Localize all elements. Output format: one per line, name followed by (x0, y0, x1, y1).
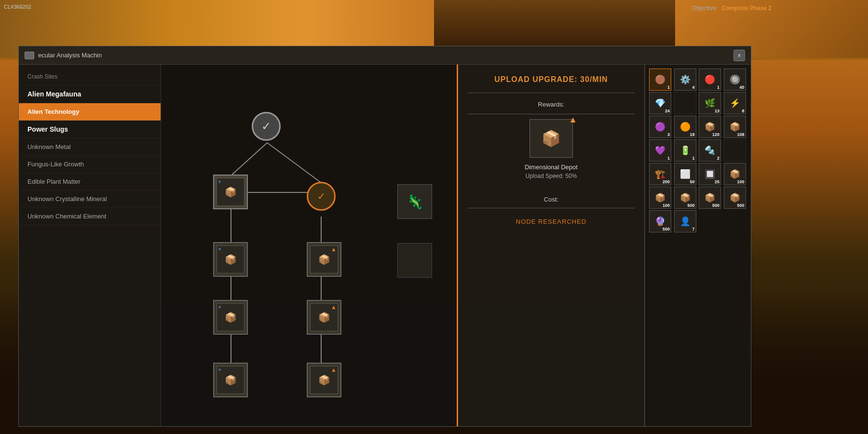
inv-slot-18[interactable]: 🔲 25 (699, 163, 721, 185)
inv-slot-0[interactable]: 🟤 1 (649, 68, 671, 91)
inv-slot-14[interactable]: 🔩 2 (699, 139, 721, 162)
svg-line-0 (231, 143, 267, 176)
reward-icon: 📦 (542, 129, 561, 148)
modal-title-area: ecular Analysis Machin (25, 52, 102, 59)
player-id: CL#366202 (4, 4, 31, 10)
reward-arrow-icon: ▲ (569, 115, 577, 125)
inv-slot-12[interactable]: 💜 1 (649, 139, 671, 162)
sidebar-item-unknown-crystalline-mineral[interactable]: Unknown Crystalline Mineral (19, 190, 161, 208)
tree-container: ✓ 📦 + ✓ (161, 65, 457, 426)
info-panel: UPLOAD UPGRADE: 30/MIN Rewards: 📦 ▲ Dime… (457, 65, 645, 426)
inventory-grid: 🟤 1 ⚙️ 4 🔴 1 🔘 40 💎 24 (649, 68, 747, 232)
node-researched-label: NODE RESEARCHED (458, 208, 644, 235)
inv-slot-7[interactable]: ⚡ 8 (724, 92, 746, 114)
sidebar-item-crash-sites[interactable]: Crash Sites (19, 68, 161, 85)
inv-slot-16[interactable]: 🏗️ 200 (649, 163, 671, 185)
inv-slot-1[interactable]: ⚙️ 4 (674, 68, 696, 91)
sidebar-item-edible-plant-matter[interactable]: Edible Plant Matter (19, 173, 161, 190)
sidebar-item-fungus-like-growth[interactable]: Fungus-Like Growth (19, 156, 161, 173)
inv-slot-23[interactable]: 📦 500 (724, 187, 746, 209)
inv-slot-2[interactable]: 🔴 1 (699, 68, 721, 91)
inv-slot-24[interactable]: 🔮 500 (649, 210, 671, 232)
modal-title-text: ecular Analysis Machin (38, 52, 102, 59)
inv-slot-4[interactable]: 💎 24 (649, 92, 671, 114)
inventory-panel: 🟤 1 ⚙️ 4 🔴 1 🔘 40 💎 24 (645, 65, 751, 426)
info-cost-label: Cost: (458, 189, 644, 208)
inv-slot-9[interactable]: 🟠 19 (674, 116, 696, 138)
inv-slot-15[interactable] (724, 139, 746, 162)
inv-slot-10[interactable]: 📦 120 (699, 116, 721, 138)
reward-icon-box: 📦 ▲ (529, 119, 573, 158)
inv-slot-22[interactable]: 📦 500 (699, 187, 721, 209)
player-hud: CL#366202 (4, 4, 31, 10)
sidebar: Crash Sites Alien Megafauna Alien Techno… (19, 65, 161, 426)
reward-item: 📦 ▲ Dimensional Depot Upload Speed: 50% (458, 114, 644, 189)
node-creature[interactable]: 🦎 (397, 184, 432, 219)
info-rewards-label: Rewards: (458, 93, 644, 114)
research-tree-area: ✓ 📦 + ✓ (161, 65, 457, 426)
inv-slot-25[interactable]: 👤 7 (674, 210, 696, 232)
analysis-machine-modal: ecular Analysis Machin × Crash Sites Ali… (18, 46, 751, 427)
inv-slot-11[interactable]: 📦 108 (724, 116, 746, 138)
node-faded[interactable] (397, 243, 432, 278)
inv-slot-17[interactable]: ⬜ 50 (674, 163, 696, 185)
inv-slot-21[interactable]: 📦 500 (674, 187, 696, 209)
reward-name: Dimensional Depot (525, 163, 578, 171)
reward-desc: Upload Speed: 50% (526, 173, 577, 179)
info-panel-title: UPLOAD UPGRADE: 30/MIN (458, 65, 644, 93)
sidebar-item-alien-megafauna[interactable]: Alien Megafauna (19, 85, 161, 103)
svg-line-1 (267, 143, 321, 183)
inv-slot-5[interactable] (674, 92, 696, 114)
objective-text: Complete Phase 2 (722, 5, 772, 12)
inv-slot-8[interactable]: 🟣 3 (649, 116, 671, 138)
node-top-check[interactable]: ✓ (252, 112, 281, 141)
modal-close-button[interactable]: × (733, 50, 745, 61)
inv-slot-13[interactable]: 🔋 1 (674, 139, 696, 162)
sidebar-item-alien-technology[interactable]: Alien Technology (19, 103, 161, 121)
sidebar-item-power-slugs[interactable]: Power Slugs (19, 121, 161, 138)
modal-body: Crash Sites Alien Megafauna Alien Techno… (19, 65, 751, 426)
sidebar-item-unknown-metal[interactable]: Unknown Metal (19, 138, 161, 156)
modal-titlebar: ecular Analysis Machin × (19, 46, 751, 65)
sidebar-item-unknown-chemical-element[interactable]: Unknown Chemical Element (19, 208, 161, 225)
inv-slot-20[interactable]: 📦 100 (649, 187, 671, 209)
inv-slot-3[interactable]: 🔘 40 (724, 68, 746, 91)
objective-label: Objective: (692, 5, 718, 12)
inv-slot-6[interactable]: 🌿 13 (699, 92, 721, 114)
modal-title-icon (25, 52, 34, 59)
objective-display: Objective: Complete Phase 2 (692, 5, 772, 12)
node-mid-check[interactable]: ✓ (307, 182, 336, 211)
inv-slot-19[interactable]: 📦 100 (724, 163, 746, 185)
